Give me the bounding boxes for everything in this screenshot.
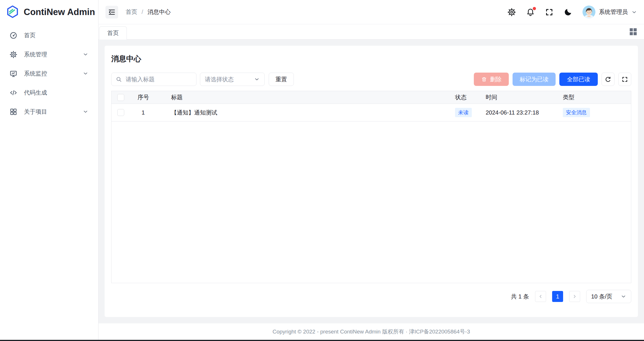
user-name: 系统管理员: [599, 8, 628, 16]
page-footer: Copyright © 2022 - present ContiNew Admi…: [99, 323, 644, 340]
sidebar-item-code-generation[interactable]: 代码生成: [3, 84, 95, 101]
gear-icon: [10, 51, 17, 58]
current-page-button[interactable]: 1: [552, 291, 563, 302]
sidebar-item-label: 代码生成: [24, 89, 47, 97]
tab-home[interactable]: 首页: [99, 26, 127, 40]
copyright-text: Copyright © 2022 - present ContiNew Admi…: [272, 328, 470, 336]
all-read-button[interactable]: 全部已读: [559, 73, 598, 86]
tab-label: 首页: [107, 29, 119, 37]
row-checkbox[interactable]: [117, 109, 124, 116]
content-area: 消息中心 请选择状态 重置: [99, 40, 644, 323]
sidebar-item-label: 系统管理: [24, 51, 47, 58]
row-time: 2024-06-11 23:27:18: [485, 109, 562, 116]
tab-grid-icon[interactable]: [628, 27, 638, 36]
dark-mode-moon-icon[interactable]: [564, 8, 572, 16]
tab-bar: 首页: [99, 24, 644, 40]
search-input[interactable]: [125, 76, 192, 83]
row-index: 1: [133, 109, 170, 116]
title-search-field[interactable]: [111, 73, 196, 86]
column-header-index: 序号: [133, 93, 170, 101]
settings-icon[interactable]: [507, 8, 516, 16]
apps-icon: [10, 108, 17, 116]
reset-button[interactable]: 重置: [269, 73, 294, 86]
column-header-time: 时间: [485, 93, 562, 101]
table-row[interactable]: 1 【通知】通知测试 未读 2024-06-11 23:27:18 安全消息: [112, 104, 631, 121]
expand-icon: [621, 76, 628, 83]
app-logo[interactable]: ContiNew Admin: [0, 0, 98, 24]
column-header-status: 状态: [454, 93, 485, 101]
table-empty-space: [112, 121, 631, 283]
sidebar-item-label: 系统监控: [24, 70, 47, 78]
chevron-down-icon: [83, 71, 88, 76]
avatar: [582, 5, 595, 19]
top-header: 首页 / 消息中心: [99, 0, 644, 24]
chevron-down-icon: [254, 76, 260, 82]
sidebar-menu: 首页 系统管理 系统监控 代码生成: [0, 24, 98, 126]
chevron-left-icon: [538, 294, 543, 299]
chevron-right-icon: [572, 294, 577, 299]
chevron-down-icon: [621, 294, 626, 299]
page-size-select[interactable]: 10 条/页: [586, 290, 631, 303]
menu-fold-icon: [108, 8, 116, 16]
sidebar-item-about-project[interactable]: 关于项目: [3, 104, 95, 120]
window-bottom-edge: [0, 340, 644, 341]
column-header-type: 类型: [562, 93, 631, 101]
sidebar-item-label: 首页: [24, 32, 36, 39]
table-fullscreen-button[interactable]: [618, 73, 631, 86]
status-select-placeholder: 请选择状态: [205, 75, 234, 83]
breadcrumb-separator: /: [142, 9, 143, 15]
chevron-down-icon: [83, 51, 88, 57]
status-select[interactable]: 请选择状态: [200, 73, 265, 86]
header-actions: 系统管理员: [507, 5, 637, 19]
messages-table: 序号 标题 状态 时间 类型 1 【通知】通知测试 未读 2024-06-11 …: [111, 91, 631, 283]
message-center-card: 消息中心 请选择状态 重置: [105, 46, 638, 317]
pagination: 共 1 条 1 10 条/页: [111, 290, 631, 303]
dashboard-icon: [10, 32, 17, 39]
column-header-title: 标题: [170, 93, 454, 101]
sidebar-item-label: 关于项目: [24, 108, 47, 116]
chevron-down-icon: [631, 9, 637, 15]
sidebar: ContiNew Admin 首页 系统管理 系: [0, 0, 99, 340]
prev-page-button[interactable]: [535, 291, 546, 302]
sidebar-collapse-button[interactable]: [105, 6, 118, 19]
sidebar-item-home[interactable]: 首页: [3, 27, 95, 43]
code-icon: [10, 89, 17, 97]
page-size-value: 10 条/页: [591, 293, 612, 301]
monitor-icon: [10, 70, 17, 78]
pagination-total: 共 1 条: [511, 293, 529, 301]
main-area: 首页 / 消息中心: [99, 0, 644, 340]
notification-dot: [533, 7, 536, 10]
sidebar-item-system-management[interactable]: 系统管理: [3, 46, 95, 62]
trash-icon: [481, 76, 487, 82]
logo-hexagon-icon: [6, 5, 19, 20]
user-menu[interactable]: 系统管理员: [582, 5, 637, 19]
chevron-down-icon: [83, 109, 88, 115]
delete-button[interactable]: 删除: [474, 73, 509, 86]
notification-bell-icon[interactable]: [526, 8, 535, 16]
row-title: 【通知】通知测试: [170, 109, 454, 117]
select-all-checkbox[interactable]: [117, 94, 124, 101]
page-title: 消息中心: [111, 54, 631, 64]
app-title: ContiNew Admin: [24, 7, 95, 17]
breadcrumb-current: 消息中心: [148, 8, 171, 16]
fullscreen-icon[interactable]: [545, 8, 554, 16]
app-window: ContiNew Admin 首页 系统管理 系: [0, 0, 644, 340]
table-header-row: 序号 标题 状态 时间 类型: [112, 91, 631, 104]
next-page-button[interactable]: [569, 291, 580, 302]
status-badge: 未读: [455, 108, 472, 117]
sidebar-item-system-monitor[interactable]: 系统监控: [3, 65, 95, 82]
breadcrumb-home[interactable]: 首页: [126, 8, 137, 16]
search-icon: [116, 76, 122, 82]
toolbar-actions: 删除 标记为已读 全部已读: [474, 73, 631, 86]
mark-read-button[interactable]: 标记为已读: [513, 73, 556, 86]
refresh-button[interactable]: [602, 73, 615, 86]
type-badge: 安全消息: [563, 108, 590, 117]
breadcrumb: 首页 / 消息中心: [126, 8, 171, 16]
refresh-icon: [605, 76, 611, 83]
toolbar: 请选择状态 重置 删除 标记为已读 全部已读: [111, 73, 631, 86]
